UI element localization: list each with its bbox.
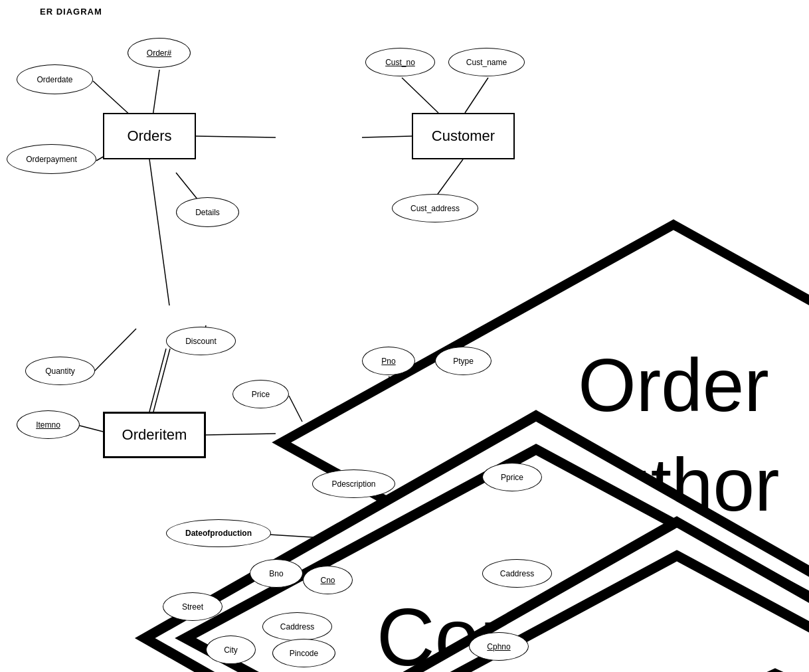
attr-street: Street bbox=[163, 592, 223, 621]
er-diagram-canvas: ER DIAGRAM bbox=[0, 0, 809, 672]
attr-pprice: Pprice bbox=[482, 463, 542, 491]
attr-caddress-bottom: Caddress bbox=[262, 612, 332, 641]
attr-pdescription: Pdescription bbox=[312, 469, 395, 498]
attr-pincode: Pincode bbox=[272, 639, 335, 667]
attr-price: Price bbox=[232, 380, 289, 408]
entity-orders: Orders bbox=[103, 113, 196, 159]
svg-line-1 bbox=[153, 70, 159, 116]
attr-orderno: Order# bbox=[128, 38, 191, 68]
diamond-order-author: Order author bbox=[269, 110, 355, 159]
svg-line-0 bbox=[93, 81, 133, 118]
diamond-contain: Contain bbox=[272, 408, 352, 455]
attr-orderpayment: Orderpayment bbox=[7, 144, 96, 174]
attr-itemno: Itemno bbox=[17, 410, 80, 439]
attr-cno: Cno bbox=[303, 566, 353, 594]
svg-line-4 bbox=[196, 136, 276, 137]
diamond-produced-by: Produced by bbox=[371, 515, 470, 561]
svg-line-14 bbox=[80, 426, 103, 432]
attr-orderdate: Orderdate bbox=[17, 64, 93, 94]
attr-pno: Pno bbox=[362, 347, 415, 375]
attr-cphno: Cphno bbox=[469, 632, 529, 661]
attr-dateofproduction: Dateofproduction bbox=[166, 519, 271, 547]
svg-line-7 bbox=[465, 78, 488, 113]
attr-caddress-right: Caddress bbox=[482, 559, 552, 588]
attr-city: City bbox=[206, 635, 256, 664]
attr-custname: Cust_name bbox=[448, 48, 525, 76]
attr-bno: Bno bbox=[250, 559, 303, 588]
attr-custaddress: Cust_address bbox=[392, 194, 478, 222]
attr-custno: Cust_no bbox=[365, 48, 435, 76]
attr-ptype: Ptype bbox=[435, 347, 492, 375]
svg-line-9 bbox=[149, 159, 169, 305]
svg-line-6 bbox=[402, 78, 438, 113]
attr-quantity: Quantity bbox=[25, 357, 95, 385]
svg-line-13 bbox=[93, 329, 136, 373]
attr-details: Details bbox=[176, 197, 239, 227]
attr-discount: Discount bbox=[166, 327, 236, 355]
